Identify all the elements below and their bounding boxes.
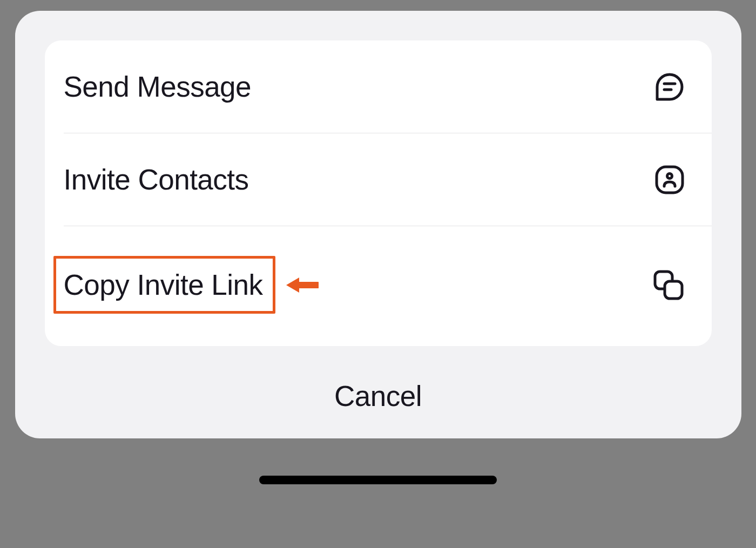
menu-item-send-message[interactable]: Send Message (45, 40, 712, 133)
menu-card: Send Message Invite Contacts (45, 40, 712, 346)
highlight-annotation: Copy Invite Link (64, 256, 319, 314)
menu-item-invite-contacts[interactable]: Invite Contacts (45, 133, 712, 226)
arrow-left-icon (286, 273, 319, 297)
menu-item-copy-invite-link[interactable]: Copy Invite Link (45, 226, 712, 346)
svg-marker-5 (286, 278, 299, 293)
menu-item-label: Send Message (64, 70, 252, 103)
cancel-label: Cancel (334, 380, 422, 412)
svg-rect-7 (665, 281, 682, 299)
svg-point-3 (667, 173, 672, 178)
chat-icon (653, 71, 686, 103)
highlight-box: Copy Invite Link (53, 256, 275, 314)
cancel-button[interactable]: Cancel (45, 346, 712, 422)
copy-icon (651, 268, 686, 302)
person-icon (653, 164, 686, 196)
menu-item-label: Copy Invite Link (64, 269, 263, 301)
action-sheet: Send Message Invite Contacts (15, 11, 741, 438)
menu-item-label: Invite Contacts (64, 163, 249, 196)
home-indicator (259, 476, 497, 484)
